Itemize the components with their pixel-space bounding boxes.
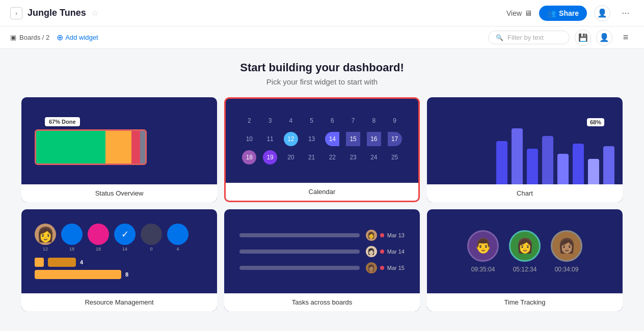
widget-card-tasks-across-boards[interactable]: 👩 Mar 13 👩🏻 Mar 14 [224,209,420,311]
add-widget-label: Add widget [65,34,98,41]
widget-card-resource-management[interactable]: 👩 12 18 18 ✓ 14 [21,209,217,311]
widget-card-time-tracking[interactable]: 👨 09:35:04 👩 05:12:34 👩🏽 00:34:09 Time T… [427,209,623,311]
task-avatar: 👩🏽 [366,262,377,273]
boards-label[interactable]: ▣ Boards / 2 [10,34,49,41]
cal-cell-highlighted: 18 [242,150,256,164]
avatar-label: 14 [122,246,127,252]
task-bar [239,250,360,254]
sort-icon: ≡ [623,32,629,43]
widget-grid: 67% Done Status Overview 2 [21,97,623,311]
calendar-row-1: 2 3 4 5 6 7 8 9 [239,114,405,128]
avatar-item: ✓ 14 [114,224,136,252]
cal-cell: 21 [305,150,319,164]
user-profile-icon[interactable]: 👤 [594,5,610,21]
cal-cell-today: 12 [284,132,298,146]
avatar-label: 4 [176,246,179,252]
chart-bar [603,146,614,184]
calendar-content: 2 3 4 5 6 7 8 9 10 11 12 13 [234,109,410,173]
cal-cell: 6 [325,114,339,128]
filter-input[interactable]: 🔍 Filter by text [488,31,570,44]
share-button[interactable]: 👥 Share [539,6,587,21]
cal-cell: 2 [242,114,256,128]
monitor-icon: 🖥 [524,9,532,17]
chart-bar [527,149,538,184]
sub-header: ▣ Boards / 2 ⊕ Add widget 🔍 Filter by te… [0,26,644,49]
person-filter-icon: 👤 [599,33,609,42]
cal-cell: 9 [388,114,402,128]
time-avatar-2: 👩 [509,230,541,262]
cal-cell: 11 [263,132,277,146]
widget-card-status-overview[interactable]: 67% Done Status Overview [21,97,217,202]
widget-card-calendar[interactable]: 2 3 4 5 6 7 8 9 10 11 12 13 [224,97,420,202]
red-dot [380,266,384,270]
time-tracking-label: Time Tracking [427,293,623,311]
pct-badge: 68% [587,118,604,126]
cal-cell-range: 15 [346,132,360,146]
page-title: Start building your dashboard! [240,61,404,74]
calendar-label: Calendar [226,183,418,201]
status-bar-green [36,131,105,163]
boards-icon: ▣ [10,34,16,41]
resource-preview-area: 👩 12 18 18 ✓ 14 [21,209,217,293]
avatar-label: 12 [43,246,48,252]
avatar-label: 18 [96,246,101,252]
task-right: 👩🏻 Mar 14 [366,246,405,257]
user-filter-button[interactable]: 👤 [596,30,612,46]
cal-cell: 24 [367,150,381,164]
cal-cell-range-end: 17 [388,132,402,146]
save-filter-button[interactable]: 💾 [575,30,591,46]
calendar-row-2: 10 11 12 13 14 15 16 17 [239,132,405,146]
avatar-photo: 👩 [35,224,56,245]
avatars-row: 👩 12 18 18 ✓ 14 [35,224,204,252]
avatar-item: 4 [167,224,189,252]
header-right: View 🖥 👥 Share 👤 ⋯ [506,5,634,21]
star-icon[interactable]: ☆ [91,8,98,18]
calendar-preview: 2 3 4 5 6 7 8 9 10 11 12 13 [226,99,418,183]
time-item-1: 👨 09:35:04 [467,230,499,273]
cal-cell: 23 [346,150,360,164]
chart-bar [557,154,569,184]
chart-label: Chart [427,184,623,202]
task-avatar: 👩🏻 [366,246,377,257]
chart-preview-area: 68% [427,97,623,184]
chart-bars [496,128,614,184]
task-bar [239,233,360,237]
cal-cell: 3 [263,114,277,128]
more-options-button[interactable]: ⋯ [618,5,634,21]
status-overview-content: 67% Done [30,112,209,170]
plus-icon: ⊕ [57,33,63,42]
save-icon: 💾 [578,33,588,42]
resource-num-1: 4 [80,259,83,265]
chart-bar [512,128,523,184]
task-row-1: 👩 Mar 13 [239,230,405,241]
time-tracking-preview: 👨 09:35:04 👩 05:12:34 👩🏽 00:34:09 [427,209,623,293]
view-button[interactable]: View 🖥 [506,9,532,17]
avatar-label: 0 [150,246,152,252]
chart-content: 68% [453,118,614,184]
status-bar-orange [105,131,131,163]
resource-bar-1 [48,258,76,267]
cal-cell: 22 [325,150,339,164]
red-dot [380,250,384,254]
task-bar [239,266,360,270]
sub-header-right: 🔍 Filter by text 💾 👤 ≡ [488,30,634,46]
chart-bar [588,159,599,184]
collapse-button[interactable]: › [10,7,22,19]
cal-cell: 25 [388,150,402,164]
widget-card-chart[interactable]: 68% Chart [427,97,623,202]
search-icon: 🔍 [496,34,503,41]
chart-bar [573,144,584,184]
cal-cell: 13 [305,132,319,146]
cal-cell-range-start: 14 [325,132,339,146]
time-avatar-3: 👩🏽 [551,230,582,262]
page-subtitle: Pick your first widget to start with [266,77,378,86]
add-widget-button[interactable]: ⊕ Add widget [57,33,98,42]
cal-cell: 4 [284,114,298,128]
resource-bars-row: 4 [35,258,204,267]
resource-management-label: Resource Management [21,293,217,311]
sort-button[interactable]: ≡ [618,30,634,46]
avatar-pink [88,224,109,245]
task-date: Mar 14 [387,249,405,255]
status-bar [35,129,147,165]
cal-cell: 20 [284,150,298,164]
